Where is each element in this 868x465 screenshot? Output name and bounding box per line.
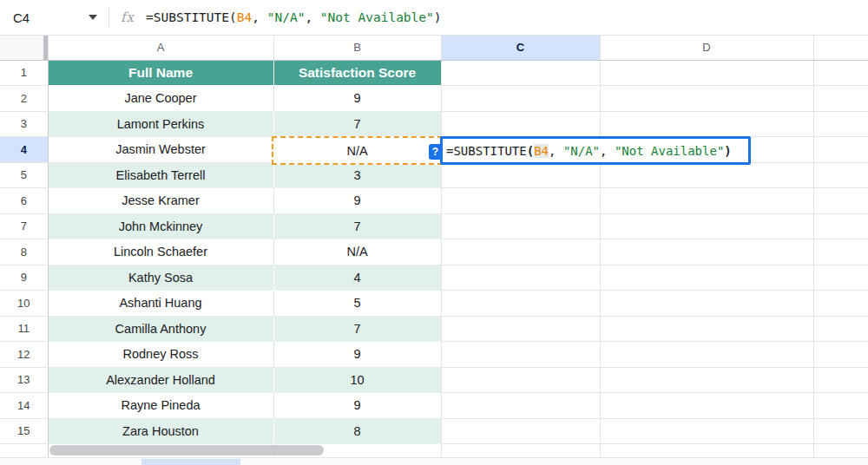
cell-empty[interactable] bbox=[813, 188, 868, 214]
cell-empty[interactable] bbox=[441, 316, 600, 342]
cell-name[interactable]: Jane Cooper bbox=[48, 86, 273, 112]
row-header[interactable]: 12 bbox=[0, 342, 48, 368]
column-header-d[interactable]: D bbox=[600, 36, 813, 60]
cell-empty[interactable] bbox=[600, 111, 813, 137]
cell-empty[interactable] bbox=[813, 265, 868, 291]
cell-empty[interactable] bbox=[813, 342, 868, 368]
cell-empty[interactable] bbox=[813, 291, 868, 317]
row-header[interactable]: 7 bbox=[0, 213, 48, 239]
cell-empty[interactable] bbox=[813, 137, 868, 163]
cell-empty[interactable] bbox=[441, 60, 600, 86]
cell-empty[interactable] bbox=[600, 291, 813, 317]
cell-empty[interactable] bbox=[600, 393, 813, 419]
name-box[interactable]: C4 bbox=[0, 0, 108, 35]
cell-empty[interactable] bbox=[813, 367, 868, 393]
cell-empty[interactable] bbox=[441, 265, 600, 291]
cell-empty[interactable] bbox=[441, 188, 600, 214]
cell-score[interactable]: 10 bbox=[273, 367, 441, 393]
row-header[interactable]: 13 bbox=[0, 367, 48, 393]
cell-editor-c4[interactable]: =SUBSTITUTE(B4, "N/A", "Not Available") bbox=[440, 136, 751, 165]
cell-empty[interactable] bbox=[600, 162, 813, 188]
cell-name[interactable]: Jesse Kramer bbox=[48, 188, 273, 214]
cell-score[interactable]: 8 bbox=[273, 418, 441, 444]
cell-name[interactable]: Lamont Perkins bbox=[48, 111, 273, 137]
cell-empty[interactable] bbox=[441, 86, 600, 112]
cell-score[interactable]: 7 bbox=[273, 111, 441, 137]
column-header-e[interactable] bbox=[813, 36, 868, 60]
row-header[interactable]: 5 bbox=[0, 162, 48, 188]
cell-empty[interactable] bbox=[441, 444, 600, 458]
cell-score[interactable]: 5 bbox=[273, 291, 441, 317]
cell-name[interactable]: Rodney Ross bbox=[48, 342, 273, 368]
cell-empty[interactable] bbox=[600, 60, 813, 86]
cell-name[interactable]: Camilla Anthony bbox=[48, 316, 273, 342]
column-header-c[interactable]: C bbox=[441, 36, 600, 60]
cell-header-score[interactable]: Satisfaction Score bbox=[273, 60, 441, 86]
cell-empty[interactable] bbox=[813, 86, 868, 112]
cell-empty[interactable] bbox=[600, 367, 813, 393]
cell-score[interactable]: 9 bbox=[273, 342, 441, 368]
row-header[interactable]: 15 bbox=[0, 418, 48, 444]
cell-empty[interactable] bbox=[813, 213, 868, 239]
cell-score[interactable]: 4 bbox=[273, 265, 441, 291]
cell-score[interactable]: N/A bbox=[273, 239, 441, 265]
cell-empty[interactable] bbox=[441, 393, 600, 419]
cell-empty[interactable] bbox=[441, 418, 600, 444]
row-header[interactable]: 8 bbox=[0, 239, 48, 265]
cell-empty[interactable] bbox=[813, 393, 868, 419]
cell-score[interactable]: 9 bbox=[273, 393, 441, 419]
cell-empty[interactable] bbox=[441, 213, 600, 239]
cell-empty[interactable] bbox=[441, 239, 600, 265]
formula-bar-input[interactable]: =SUBSTITUTE(B4, "N/A", "Not Available") bbox=[146, 10, 442, 24]
cell-score[interactable]: 7 bbox=[273, 213, 441, 239]
cell-empty[interactable] bbox=[600, 86, 813, 112]
cell-name[interactable]: Elisabeth Terrell bbox=[48, 162, 273, 188]
cell-empty[interactable] bbox=[813, 239, 868, 265]
column-header-a[interactable]: A bbox=[48, 36, 273, 60]
row-header[interactable]: 11 bbox=[0, 316, 48, 342]
cell-empty[interactable] bbox=[813, 162, 868, 188]
row-header[interactable] bbox=[0, 444, 48, 458]
row-header[interactable]: 9 bbox=[0, 265, 48, 291]
cell-empty[interactable] bbox=[813, 60, 868, 86]
cell-name[interactable]: Kathy Sosa bbox=[48, 265, 273, 291]
cell-score[interactable]: 9 bbox=[273, 86, 441, 112]
cell-empty[interactable] bbox=[441, 111, 600, 137]
cell-header-name[interactable]: Full Name bbox=[48, 60, 273, 86]
row-header-active[interactable]: 4 bbox=[0, 137, 48, 163]
cell-empty[interactable] bbox=[600, 265, 813, 291]
cell-empty[interactable] bbox=[600, 213, 813, 239]
cell-empty[interactable] bbox=[441, 367, 600, 393]
cell-empty[interactable] bbox=[600, 418, 813, 444]
cell-name[interactable]: Lincoln Schaefer bbox=[48, 239, 273, 265]
row-header[interactable]: 10 bbox=[0, 291, 48, 317]
cell-empty[interactable] bbox=[813, 418, 868, 444]
cell-empty[interactable] bbox=[600, 188, 813, 214]
cell-empty[interactable] bbox=[600, 239, 813, 265]
row-header[interactable]: 1 bbox=[0, 60, 48, 86]
cell-empty[interactable] bbox=[600, 316, 813, 342]
cell-empty[interactable] bbox=[441, 291, 600, 317]
cell-name[interactable]: Rayne Pineda bbox=[48, 393, 273, 419]
cell-empty[interactable] bbox=[813, 111, 868, 137]
row-header[interactable]: 3 bbox=[0, 111, 48, 137]
select-all-corner[interactable] bbox=[0, 36, 48, 60]
cell-score[interactable]: 3 bbox=[273, 162, 441, 188]
referenced-cell-b4[interactable]: N/A bbox=[272, 136, 443, 165]
cell-name[interactable]: Jasmin Webster bbox=[48, 137, 273, 163]
cell-empty[interactable] bbox=[441, 342, 600, 368]
cell-name[interactable]: John Mckinney bbox=[48, 213, 273, 239]
cell-score[interactable]: 7 bbox=[273, 316, 441, 342]
cell-empty[interactable] bbox=[813, 316, 868, 342]
chevron-down-icon[interactable] bbox=[89, 15, 97, 20]
cell-name[interactable]: Ashanti Huang bbox=[48, 291, 273, 317]
row-header[interactable]: 2 bbox=[0, 86, 48, 112]
horizontal-scrollbar[interactable] bbox=[49, 445, 324, 455]
cell-empty[interactable] bbox=[813, 444, 868, 458]
cell-score[interactable]: 9 bbox=[273, 188, 441, 214]
cell-name[interactable]: Zara Houston bbox=[48, 418, 273, 444]
cell-empty[interactable] bbox=[600, 342, 813, 368]
cell-name[interactable]: Alexzander Holland bbox=[48, 367, 273, 393]
cell-empty[interactable] bbox=[441, 162, 600, 188]
row-header[interactable]: 6 bbox=[0, 188, 48, 214]
